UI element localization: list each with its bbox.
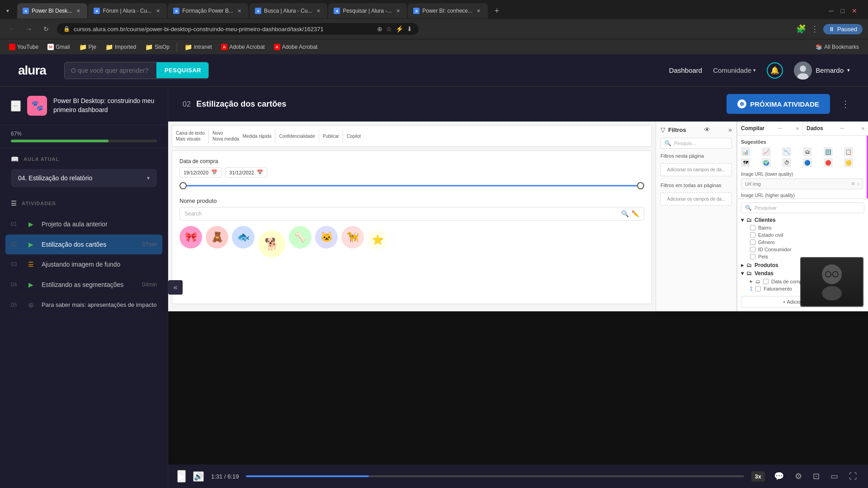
play-button[interactable]: ▶ — [177, 470, 186, 483]
img-url-clear-btn[interactable]: ✕ — [851, 181, 855, 187]
activity-item-1[interactable]: 01 ▶ Projeto da aula anterior — [11, 214, 157, 235]
tab-2[interactable]: a Fórum | Alura - Cu... ✕ — [88, 3, 167, 19]
search-button[interactable]: PESQUISAR — [156, 62, 209, 78]
compilar-tab[interactable]: Compilar ··· » — [737, 122, 803, 135]
more-options-icon[interactable]: ⋮ — [837, 95, 854, 113]
bookmark-acrobat-1[interactable]: A Adobe Acrobat — [217, 42, 269, 52]
fullscreen-btn[interactable]: ⛶ — [847, 470, 859, 483]
activities-label: ☰ ATIVIDADES — [11, 200, 157, 207]
video-progress-track[interactable] — [246, 475, 744, 477]
translate-icon[interactable]: ⊕ — [377, 25, 382, 33]
add-fields-btn-page[interactable]: Adicionar os campos de da... — [660, 163, 732, 176]
tab-2-close[interactable]: ✕ — [154, 7, 161, 14]
tab-1-close[interactable]: ✕ — [75, 7, 82, 14]
extensions-btn[interactable]: 🧩 — [796, 24, 806, 34]
bookmark-gmail[interactable]: M Gmail — [44, 42, 73, 52]
pets-checkbox[interactable] — [750, 254, 755, 259]
tab-5-close[interactable]: ✕ — [394, 7, 401, 14]
next-activity-btn[interactable]: ⊕ PRÓXIMA ATIVIDADE — [726, 94, 830, 114]
next-icon: ⊕ — [737, 99, 746, 108]
extension-icon[interactable]: ⚡ — [396, 25, 403, 33]
tab-4[interactable]: a Busca | Alura - Cu... ✕ — [250, 3, 328, 19]
tab-6[interactable]: a Power BI: conhece... ✕ — [408, 3, 488, 19]
bookmark-youtube[interactable]: YouTube — [5, 42, 42, 52]
maximize-btn[interactable]: □ — [837, 7, 848, 14]
all-bookmarks-btn[interactable]: 📚 All Bookmarks — [812, 42, 863, 52]
close-window-btn[interactable]: ✕ — [848, 7, 861, 14]
dados-tab[interactable]: Dados ··· » — [803, 122, 868, 135]
bookmark-star-icon[interactable]: ☆ — [386, 25, 392, 33]
nav-dashboard[interactable]: Dashboard — [669, 66, 702, 74]
data-compra-checkbox[interactable] — [763, 279, 769, 284]
tab-1[interactable]: a Power BI Desk... ✕ — [17, 3, 87, 19]
estado-civil-item: Estado civil — [750, 231, 864, 239]
new-tab-btn[interactable]: + — [491, 5, 503, 17]
forward-btn[interactable]: → — [23, 23, 35, 35]
url-bar[interactable]: 🔒 cursos.alura.com.br/course/power-bi-de… — [57, 23, 419, 35]
sidebar-back-btn[interactable]: ← — [11, 100, 21, 112]
slider-right-handle[interactable] — [637, 182, 644, 189]
add-fields-btn-all[interactable]: Adicionar os campos de da... — [660, 192, 732, 206]
activity-item-5[interactable]: 05 ⊕ Para saber mais: apresentações de i… — [11, 295, 157, 315]
edit-icon: ✏️ — [632, 210, 639, 217]
profile-btn[interactable]: ⏸ Paused — [823, 24, 863, 34]
back-btn[interactable]: ← — [5, 23, 18, 35]
volume-button[interactable]: 🔊 — [193, 471, 204, 482]
activity-num-5: 05 — [11, 302, 20, 308]
filter-search-box[interactable]: 🔍 Pesquis... — [660, 138, 732, 149]
id-consumidor-checkbox[interactable] — [750, 247, 755, 252]
filter-expand-icon: » — [728, 126, 732, 133]
alura-logo[interactable]: alura — [18, 63, 46, 78]
theater-btn[interactable]: ▭ — [829, 469, 840, 483]
image-url-lower-section: Image URL (lower quality) Url img ✕ › — [741, 172, 863, 189]
date-slider — [183, 181, 641, 190]
bookmark-intranet[interactable]: 📁 intranet — [181, 42, 216, 52]
tab-3-close[interactable]: ✕ — [236, 7, 243, 14]
activity-item-4[interactable]: 04 ▶ Estilizando as segmentações 04min — [11, 275, 157, 295]
pip-btn[interactable]: ⊡ — [811, 469, 821, 483]
tab-5[interactable]: a Pesquisar | Alura -... ✕ — [328, 3, 407, 19]
lesson-num-label: 02 Estilização dos cartões — [183, 99, 286, 109]
settings-btn[interactable]: ⚙ — [793, 469, 804, 483]
more-options-btn[interactable]: ⋮ — [811, 24, 819, 34]
compilar-expand: » — [796, 125, 799, 131]
bairro-checkbox[interactable] — [750, 225, 755, 230]
slider-left-handle[interactable] — [179, 182, 187, 189]
current-lesson-item[interactable]: 04. Estilização do relatório ▾ — [11, 169, 157, 187]
bookmark-sisop[interactable]: 📁 SisOp — [142, 42, 173, 52]
table-icon: 🗂 — [746, 217, 752, 223]
tab-2-favicon: a — [94, 8, 100, 14]
notification-btn[interactable]: 🔔 — [767, 62, 783, 79]
minimize-btn[interactable]: ─ — [826, 7, 837, 14]
tab-dropdown-btn[interactable]: ▾ — [4, 3, 16, 19]
reload-btn[interactable]: ↻ — [40, 23, 52, 35]
bookmark-acrobat-2[interactable]: A Adobe Acrobat — [270, 42, 321, 52]
activity-item-2[interactable]: 02 ▶ Estilização dos cartões 07min — [5, 235, 162, 254]
bookmark-pje[interactable]: 📁 Pje — [75, 42, 100, 52]
estado-civil-checkbox[interactable] — [750, 232, 755, 238]
video-content[interactable]: Caixa de texto Mais visuais Novo Nova me… — [168, 122, 868, 465]
speed-button[interactable]: 3x — [751, 471, 765, 482]
search-input[interactable] — [65, 62, 156, 79]
nav-comunidade[interactable]: Comunidade ▾ — [713, 66, 756, 74]
download-icon[interactable]: ⬇ — [407, 25, 412, 33]
tab-4-close[interactable]: ✕ — [315, 7, 322, 14]
user-menu-btn[interactable]: Bernardo ▾ — [794, 61, 850, 80]
gmail-favicon: M — [47, 44, 54, 50]
dados-search-box[interactable]: 🔍 Pesquisar — [741, 202, 864, 213]
date-filter-area: Data de compra 19/12/2020 📅 31/12/2022 — [179, 158, 644, 190]
tab-3[interactable]: a Formação Power B... ✕ — [168, 3, 249, 19]
collapse-sidebar-btn[interactable]: « — [168, 280, 183, 295]
profile-icon: ⏸ — [829, 26, 835, 33]
bookmark-imported[interactable]: 📁 Imported — [102, 42, 140, 52]
tab-6-close[interactable]: ✕ — [475, 7, 482, 14]
genero-checkbox[interactable] — [750, 239, 755, 245]
faturamento-checkbox[interactable] — [755, 286, 761, 291]
activity-text-2: Estilização dos cartões — [42, 240, 137, 249]
img-url-nav-btn[interactable]: › — [857, 181, 859, 187]
img-url-lower-input[interactable]: Url img ✕ › — [741, 178, 863, 189]
vendas-expand-icon: ▾ — [741, 270, 744, 277]
pbi-canvas-area: Caixa de texto Mais visuais Novo Nova me… — [168, 122, 656, 311]
subtitle-btn[interactable]: 💬 — [772, 469, 786, 483]
activity-item-3[interactable]: 03 ☰ Ajustando imagem de fundo — [11, 254, 157, 275]
